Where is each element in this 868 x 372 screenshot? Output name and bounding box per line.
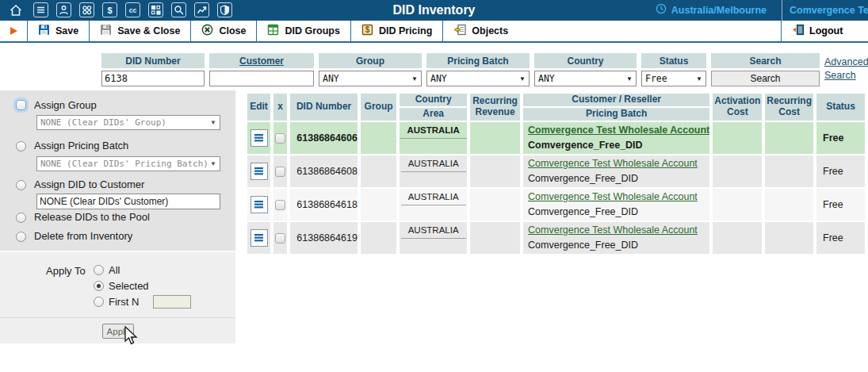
filter-did-number: DID Number xyxy=(101,53,205,86)
apply-all-label: All xyxy=(109,264,120,276)
col-header-recurring-revenue: Recurring Revenue xyxy=(470,94,520,121)
edit-row-button[interactable] xyxy=(250,196,268,213)
delete-inventory-radio[interactable] xyxy=(16,232,26,242)
assign-group-select[interactable]: NONE (Clear DIDs' Group)▼ xyxy=(36,115,220,130)
chart-icon[interactable] xyxy=(194,2,209,17)
top-navigation-bar: $ cc DID Inventory Australia/Melbour xyxy=(0,0,868,21)
run-arrow-icon xyxy=(10,27,17,35)
objects-label: Objects xyxy=(472,25,508,36)
chevron-down-icon: ▼ xyxy=(519,75,526,82)
customer-link[interactable]: Comvergence Test Wholesale Account xyxy=(528,155,709,171)
logout-label: Logout xyxy=(809,25,843,36)
customer-pricing-cell: Comvergence Test Wholesale AccountComver… xyxy=(523,122,709,154)
did-table: Edit x DID Number Group Country Recurrin… xyxy=(244,92,868,255)
timezone-display[interactable]: Australia/Melbourne xyxy=(656,0,767,21)
status-cell: Free xyxy=(816,189,865,221)
accounts-icon[interactable] xyxy=(79,2,94,17)
customer-link[interactable]: Comvergence Test Wholesale Account xyxy=(528,222,709,238)
row-checkbox[interactable] xyxy=(275,200,285,210)
row-checkbox[interactable] xyxy=(275,233,285,244)
chevron-down-icon: ▼ xyxy=(696,75,702,82)
pricing-batch-value: Comvergence_Free_DID xyxy=(528,171,709,186)
apply-selected-radio[interactable] xyxy=(94,281,104,291)
did-number-cell: 61386864608 xyxy=(290,155,357,187)
list-icon[interactable] xyxy=(33,2,48,17)
col-header-country: Country xyxy=(400,94,467,106)
timezone-label[interactable]: Australia/Melbourne xyxy=(671,5,767,16)
col-header-pricing-batch: Pricing Batch xyxy=(523,108,709,121)
assign-pricing-batch-radio[interactable] xyxy=(16,141,26,151)
delete-inventory-label: Delete from Inventory xyxy=(34,230,132,242)
col-header-recurring-cost: Recurring Cost xyxy=(765,94,813,121)
did-pricing-button[interactable]: $ DID Pricing xyxy=(350,21,442,41)
filter-customer-header[interactable]: Customer xyxy=(209,53,314,68)
col-header-activation-cost: Activation Cost xyxy=(713,94,762,121)
select-cell xyxy=(273,189,287,221)
filter-status-header: Status xyxy=(641,53,706,68)
pricing-batch-select[interactable]: ANY▼ xyxy=(426,71,530,86)
release-dids-radio[interactable] xyxy=(16,213,26,223)
assign-group-label: Assign Group xyxy=(34,99,97,111)
customer-pricing-cell: Comvergence Test Wholesale AccountComver… xyxy=(523,222,709,254)
customer-link[interactable]: Comvergence Test Wholesale Account xyxy=(528,122,709,138)
did-number-input[interactable] xyxy=(101,71,205,86)
objects-button[interactable]: Objects xyxy=(442,21,518,41)
apply-button[interactable]: Apply xyxy=(102,324,134,339)
did-groups-button[interactable]: DID Groups xyxy=(256,21,350,41)
edit-row-button[interactable] xyxy=(250,163,268,180)
dollar-icon[interactable]: $ xyxy=(102,2,117,17)
edit-row-button[interactable] xyxy=(250,229,268,247)
first-n-input[interactable] xyxy=(153,295,191,309)
group-select[interactable]: ANY▼ xyxy=(319,71,422,86)
col-header-status: Status xyxy=(816,94,865,121)
edit-row-button[interactable] xyxy=(250,129,268,147)
filter-group-header: Group xyxy=(319,53,422,68)
assign-did-customer-radio[interactable] xyxy=(16,180,26,190)
apply-first-n-radio[interactable] xyxy=(94,297,104,307)
customer-input[interactable] xyxy=(209,71,314,86)
filter-status: Status Free▼ xyxy=(641,53,706,86)
chevron-down-icon: ▼ xyxy=(411,75,418,82)
home-icon[interactable] xyxy=(9,3,23,21)
select-cell xyxy=(273,155,287,187)
credit-card-icon[interactable]: cc xyxy=(125,2,140,17)
search-button[interactable]: Search xyxy=(711,71,820,86)
search-icon[interactable] xyxy=(171,2,186,17)
assign-group-radio[interactable] xyxy=(16,100,26,110)
table-row: 61386864618 AUSTRALIA Comvergence Test W… xyxy=(247,189,865,221)
customer-link[interactable]: Comvergence Test Wholesale Account xyxy=(528,189,709,205)
edit-cell xyxy=(247,222,270,254)
svg-text:cc: cc xyxy=(129,6,137,14)
save-and-close-button[interactable]: Save & Close xyxy=(89,21,190,41)
assign-pricing-batch-select[interactable]: NONE (Clear DIDs' Pricing Batch)▼ xyxy=(36,156,220,171)
col-header-area: Area xyxy=(400,108,467,121)
save-button[interactable]: Save xyxy=(27,21,89,41)
user-icon[interactable] xyxy=(56,2,71,17)
clock-icon xyxy=(656,3,667,17)
col-header-x: x xyxy=(273,94,287,121)
row-checkbox[interactable] xyxy=(275,167,285,177)
close-button[interactable]: Close xyxy=(190,21,256,41)
assign-did-customer-input[interactable] xyxy=(36,194,220,209)
group-cell xyxy=(361,189,396,221)
pricing-batch-value: Comvergence_Free_DID xyxy=(528,238,709,253)
did-table-container: Edit x DID Number Group Country Recurrin… xyxy=(244,92,868,255)
advanced-search-link[interactable]: Advanced Search xyxy=(824,56,868,82)
row-checkbox[interactable] xyxy=(275,133,285,144)
country-select[interactable]: ANY▼ xyxy=(534,71,637,86)
pricing-batch-value: Comvergence_Free_DID xyxy=(528,205,709,220)
filter-pricing-batch-header: Pricing Batch xyxy=(426,53,530,68)
did-number-cell: 61386864618 xyxy=(290,189,357,221)
activation-cost-cell xyxy=(713,189,762,221)
apply-all-radio[interactable] xyxy=(94,265,104,275)
logout-button[interactable]: Logout xyxy=(781,21,868,41)
table-row: 61386864608 AUSTRALIA Comvergence Test W… xyxy=(247,155,865,187)
account-tab[interactable]: Comvergence Test W xyxy=(782,0,868,21)
nodes-icon[interactable] xyxy=(148,2,163,17)
chevron-down-icon: ▼ xyxy=(626,75,633,82)
country-area-cell: AUSTRALIA xyxy=(400,189,467,221)
recurring-cost-cell xyxy=(765,189,813,221)
page-title: DID Inventory xyxy=(392,0,475,21)
status-select[interactable]: Free▼ xyxy=(641,71,706,86)
shield-icon[interactable] xyxy=(217,2,232,17)
